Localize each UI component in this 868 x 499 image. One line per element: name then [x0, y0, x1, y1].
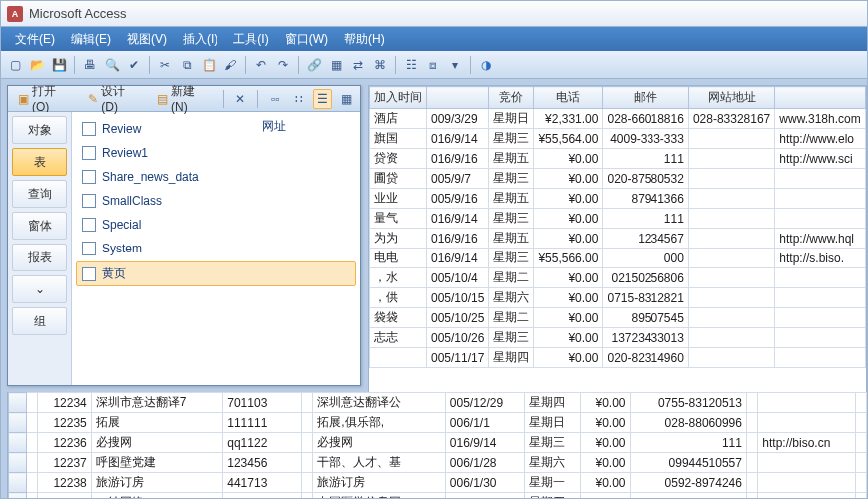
col-header[interactable]: 电话: [534, 87, 603, 109]
table-row[interactable]: 袋袋005/10/25星期二¥0.0089507545: [370, 308, 868, 328]
cell: 旗国: [370, 129, 427, 149]
tb-preview-icon[interactable]: 🔍: [102, 55, 122, 75]
row-header[interactable]: [9, 493, 27, 500]
col-header[interactable]: 邮件: [603, 87, 688, 109]
cell: [865, 249, 867, 268]
table-row[interactable]: 电电016/9/14星期三¥55,566.00000http://s.biso.: [370, 249, 868, 268]
view-small-icon[interactable]: ∷: [289, 89, 309, 109]
tb-cut-icon[interactable]: ✂: [155, 55, 175, 75]
object-item[interactable]: Review: [76, 118, 356, 140]
object-item[interactable]: Special: [76, 214, 356, 236]
cell: 006/1/30: [445, 473, 524, 493]
objbar-objects[interactable]: 对象: [12, 116, 67, 144]
objbar-query[interactable]: 查询: [12, 180, 67, 208]
object-item[interactable]: Review1: [76, 142, 356, 164]
object-extra[interactable]: 网址: [256, 118, 286, 135]
tb-print-icon[interactable]: 🖶: [80, 55, 100, 75]
tb-new-icon[interactable]: ▢: [5, 55, 25, 75]
objbar-report[interactable]: 报表: [12, 244, 67, 271]
row-header[interactable]: [9, 433, 27, 453]
menu-tools[interactable]: 工具(I): [225, 28, 276, 51]
db-panel: ▣打开(O) ✎设计(D) ▤新建(N) ✕ ▫▫ ∷ ☰ ▦ 对象 表 查询 …: [7, 85, 361, 386]
col-header[interactable]: 竞价: [489, 87, 534, 109]
table-row[interactable]: ，供005/10/15星期六¥0.000715-8312821: [370, 288, 868, 308]
table-row[interactable]: 12238旅游订房441713旅游订房006/1/30星期一¥0.000592-…: [9, 473, 867, 493]
object-item[interactable]: System: [76, 238, 356, 259]
table-row[interactable]: 业业005/9/16星期五¥0.0087941366: [370, 189, 868, 209]
tb-db-icon[interactable]: ▦: [326, 55, 346, 75]
table-row[interactable]: 圃贷005/9/7星期三¥0.00020-87580532: [370, 169, 868, 189]
tb-paste-icon[interactable]: 📋: [199, 55, 218, 75]
cell: 12239: [38, 493, 91, 500]
cell: 028-83328167: [688, 109, 774, 129]
table-row[interactable]: 12237呼图壁党建123456干部、人才、基006/1/28星期六¥0.000…: [9, 453, 867, 473]
menu-window[interactable]: 窗口(W): [277, 28, 336, 51]
tb-help-icon[interactable]: ◑: [476, 55, 496, 75]
col-header[interactable]: [775, 87, 865, 109]
objbar-form[interactable]: 窗体: [12, 212, 67, 240]
col-header[interactable]: 网站地址: [688, 87, 774, 109]
object-item[interactable]: Share_news_data: [76, 166, 356, 188]
table-row[interactable]: 酒店009/3/29星期日¥2,331.00028-66018816028-83…: [370, 109, 868, 129]
table-row[interactable]: 志志005/10/26星期三¥0.0013723433013: [370, 328, 868, 348]
object-item[interactable]: 黄页: [76, 261, 356, 286]
table-row[interactable]: 贷资016/9/16星期五¥0.00111http://www.sci: [370, 149, 868, 169]
table-row[interactable]: 12234深圳市意达翻译7701103深圳意达翻译公005/12/29星期四¥0…: [9, 393, 867, 413]
table-row[interactable]: 005/11/17星期四¥0.00020-82314960: [370, 348, 868, 368]
cell: ¥0.00: [534, 328, 603, 348]
cell: [865, 129, 867, 149]
cell: 星期五: [489, 149, 534, 169]
menu-file[interactable]: 文件(E): [7, 28, 63, 51]
col-header[interactable]: [427, 87, 489, 109]
tb-redo-icon[interactable]: ↷: [273, 55, 293, 75]
datagrid-lower[interactable]: 12234深圳市意达翻译7701103深圳意达翻译公005/12/29星期四¥0…: [7, 392, 867, 498]
tb-format-icon[interactable]: 🖌: [220, 55, 240, 75]
tb-code-icon[interactable]: ⌘: [370, 55, 390, 75]
view-large-icon[interactable]: ▫▫: [265, 89, 285, 109]
cell: ¥0.00: [534, 209, 603, 229]
tb-prop-icon[interactable]: ☷: [401, 55, 421, 75]
cell: 星期四: [524, 493, 581, 500]
view-list-icon[interactable]: ☰: [313, 89, 333, 109]
objbar-group[interactable]: 组: [12, 307, 67, 335]
table-row[interactable]: ，水005/10/4星期二¥0.0002150256806: [370, 268, 868, 288]
cell: [775, 268, 865, 288]
table-icon: [82, 267, 96, 281]
col-header[interactable]: 加入时间: [370, 87, 427, 109]
menu-view[interactable]: 视图(V): [119, 28, 175, 51]
view-detail-icon[interactable]: ▦: [336, 89, 356, 109]
row-header[interactable]: [9, 453, 27, 473]
tb-save-icon[interactable]: 💾: [49, 55, 69, 75]
menu-insert[interactable]: 插入(I): [175, 28, 225, 51]
table-row[interactable]: 为为016/9/16星期五¥0.001234567http://www.hql: [370, 229, 868, 249]
table-row[interactable]: 量气016/9/14星期三¥0.00111http: [370, 209, 868, 229]
tb-win-icon[interactable]: ▾: [445, 55, 465, 75]
tb-link-icon[interactable]: 🔗: [304, 55, 324, 75]
row-header[interactable]: [9, 413, 27, 433]
panel-delete-icon[interactable]: ✕: [231, 89, 251, 109]
table-row[interactable]: 12236必搜网qq1122必搜网016/9/14星期三¥0.00111http…: [9, 433, 867, 453]
cell: 拓展,俱乐部,: [313, 413, 445, 433]
row-header[interactable]: [9, 473, 27, 493]
tb-undo-icon[interactable]: ↶: [251, 55, 271, 75]
tb-open-icon[interactable]: 📂: [27, 55, 47, 75]
cell: 业业: [370, 189, 427, 209]
tb-rel2-icon[interactable]: ⧈: [423, 55, 443, 75]
object-item[interactable]: SmallClass: [76, 190, 356, 212]
menu-help[interactable]: 帮助(H): [336, 28, 393, 51]
object-label: Special: [102, 218, 141, 232]
table-row[interactable]: 12239一纳网络523521中国医学信息网006/2/9星期四¥0.00029…: [9, 493, 867, 500]
cell: 0755-83120513: [630, 393, 746, 413]
tb-spell-icon[interactable]: ✔: [124, 55, 144, 75]
row-header[interactable]: [9, 393, 27, 413]
objbar-more[interactable]: ⌄: [12, 275, 67, 303]
cell: [27, 493, 38, 500]
objbar-table[interactable]: 表: [12, 148, 67, 176]
tb-copy-icon[interactable]: ⧉: [177, 55, 197, 75]
cell: ¥0.00: [534, 348, 603, 368]
table-row[interactable]: 旗国016/9/14星期三¥55,564.004009-333-333http:…: [370, 129, 868, 149]
cell: ¥0.00: [581, 453, 630, 473]
table-row[interactable]: 12235拓展111111拓展,俱乐部,006/1/1星期日¥0.00028-8…: [9, 413, 867, 433]
menu-edit[interactable]: 编辑(E): [63, 28, 119, 51]
tb-rel-icon[interactable]: ⇄: [348, 55, 368, 75]
